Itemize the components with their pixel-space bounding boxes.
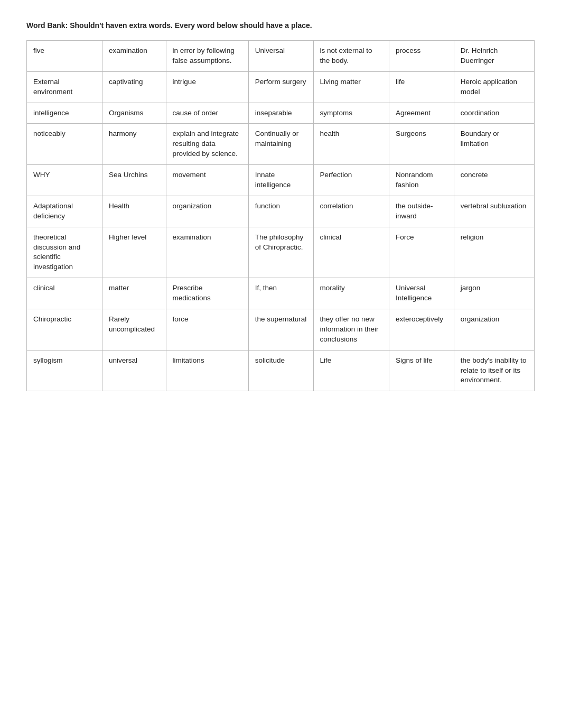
- table-cell: organization: [166, 196, 248, 227]
- table-cell: examination: [166, 227, 248, 278]
- table-cell: life: [389, 71, 454, 103]
- table-cell: is not external to the body.: [313, 41, 389, 72]
- table-row: fiveexaminationin error by following fal…: [27, 41, 535, 72]
- table-cell: If, then: [248, 278, 313, 309]
- table-row: ChiropracticRarely uncomplicatedforcethe…: [27, 309, 535, 351]
- table-cell: the supernatural: [248, 309, 313, 351]
- table-cell: function: [248, 196, 313, 227]
- table-cell: Life: [313, 350, 389, 391]
- table-cell: clinical: [27, 278, 102, 309]
- table-cell: WHY: [27, 165, 102, 196]
- table-cell: Prescribe medications: [166, 278, 248, 309]
- table-cell: morality: [313, 278, 389, 309]
- table-cell: in error by following false assumptions.: [166, 41, 248, 72]
- table-cell: Chiropractic: [27, 309, 102, 351]
- table-cell: jargon: [454, 278, 534, 309]
- table-row: WHYSea UrchinsmovementInnate intelligenc…: [27, 165, 535, 196]
- table-cell: syllogism: [27, 350, 102, 391]
- table-cell: Innate intelligence: [248, 165, 313, 196]
- table-cell: Signs of life: [389, 350, 454, 391]
- table-row: noticeablyharmonyexplain and integrate r…: [27, 124, 535, 165]
- table-cell: symptoms: [313, 103, 389, 124]
- table-cell: Adaptational deficiency: [27, 196, 102, 227]
- table-cell: matter: [102, 278, 166, 309]
- table-cell: Continually or maintaining: [248, 124, 313, 165]
- table-cell: intelligence: [27, 103, 102, 124]
- table-cell: External environment: [27, 71, 102, 103]
- table-cell: they offer no new information in their c…: [313, 309, 389, 351]
- table-cell: The philosophy of Chiropractic.: [248, 227, 313, 278]
- table-cell: intrigue: [166, 71, 248, 103]
- table-row: Adaptational deficiencyHealthorganizatio…: [27, 196, 535, 227]
- table-row: External environmentcaptivatingintrigueP…: [27, 71, 535, 103]
- table-cell: concrete: [454, 165, 534, 196]
- table-cell: Force: [389, 227, 454, 278]
- table-cell: Dr. Heinrich Duerringer: [454, 41, 534, 72]
- table-cell: force: [166, 309, 248, 351]
- table-cell: health: [313, 124, 389, 165]
- table-row: syllogismuniversallimitationssolicitudeL…: [27, 350, 535, 391]
- table-cell: explain and integrate resulting data pro…: [166, 124, 248, 165]
- table-cell: the outside-inward: [389, 196, 454, 227]
- table-cell: Rarely uncomplicated: [102, 309, 166, 351]
- table-cell: Living matter: [313, 71, 389, 103]
- table-row: theoretical discussion and scientific in…: [27, 227, 535, 278]
- table-cell: captivating: [102, 71, 166, 103]
- table-cell: Heroic application model: [454, 71, 534, 103]
- table-cell: Agreement: [389, 103, 454, 124]
- table-cell: movement: [166, 165, 248, 196]
- table-cell: Perfection: [313, 165, 389, 196]
- table-cell: Sea Urchins: [102, 165, 166, 196]
- table-cell: Boundary or limitation: [454, 124, 534, 165]
- table-cell: inseparable: [248, 103, 313, 124]
- table-cell: vertebral subluxation: [454, 196, 534, 227]
- table-cell: limitations: [166, 350, 248, 391]
- table-row: clinicalmatterPrescribe medicationsIf, t…: [27, 278, 535, 309]
- table-cell: clinical: [313, 227, 389, 278]
- table-cell: solicitude: [248, 350, 313, 391]
- table-cell: theoretical discussion and scientific in…: [27, 227, 102, 278]
- table-cell: Surgeons: [389, 124, 454, 165]
- table-cell: Universal: [248, 41, 313, 72]
- table-cell: five: [27, 41, 102, 72]
- table-cell: cause of order: [166, 103, 248, 124]
- table-cell: examination: [102, 41, 166, 72]
- word-bank-title: Word Bank: Shouldn't haven extra words. …: [26, 21, 535, 30]
- table-cell: process: [389, 41, 454, 72]
- table-cell: correlation: [313, 196, 389, 227]
- table-cell: harmony: [102, 124, 166, 165]
- word-bank-table: fiveexaminationin error by following fal…: [26, 40, 535, 391]
- table-cell: religion: [454, 227, 534, 278]
- table-cell: Perform surgery: [248, 71, 313, 103]
- table-cell: Organisms: [102, 103, 166, 124]
- table-cell: Health: [102, 196, 166, 227]
- table-cell: noticeably: [27, 124, 102, 165]
- table-cell: coordination: [454, 103, 534, 124]
- table-cell: universal: [102, 350, 166, 391]
- table-cell: organization: [454, 309, 534, 351]
- table-cell: the body's inability to relate to itself…: [454, 350, 534, 391]
- table-cell: Nonrandom fashion: [389, 165, 454, 196]
- table-cell: exteroceptively: [389, 309, 454, 351]
- table-cell: Higher level: [102, 227, 166, 278]
- table-cell: Universal Intelligence: [389, 278, 454, 309]
- table-row: intelligenceOrganismscause of orderinsep…: [27, 103, 535, 124]
